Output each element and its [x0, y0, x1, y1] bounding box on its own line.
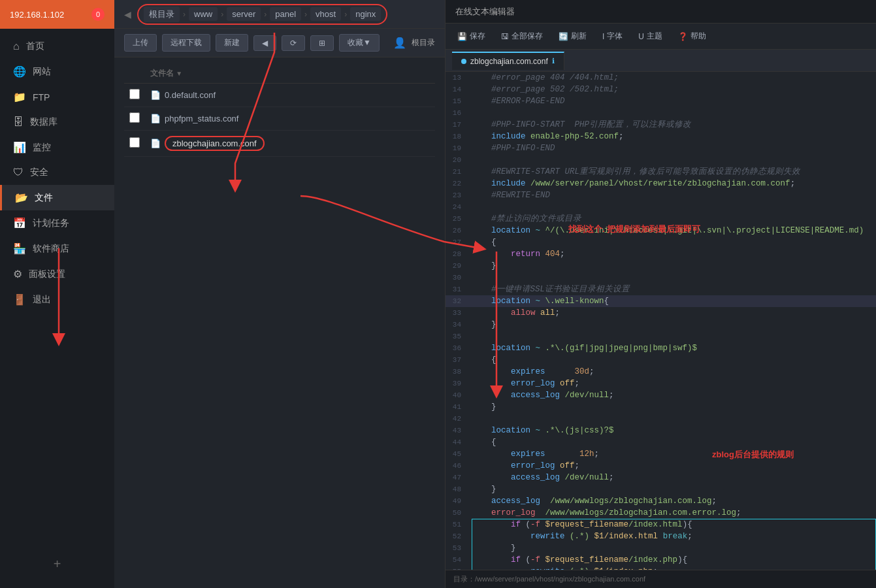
file-doc-icon: 📄: [150, 90, 161, 100]
code-line: 49 access_log /www/wwwlogs/zblogchajian.…: [446, 495, 876, 507]
sidebar-item-logout[interactable]: 🚪 退出: [0, 287, 114, 312]
sidebar-item-website[interactable]: 🌐 网站: [0, 59, 114, 84]
code-line: 21 #REWRITE-START URL重写规则引用，修改后可能导致面板设置的…: [446, 166, 876, 178]
file-table: 文件名 ▼ 📄 0.default.conf: [124, 64, 435, 157]
sidebar-item-monitor[interactable]: 📊 监控: [0, 135, 114, 160]
code-line: 45 expires 12h;: [446, 448, 876, 460]
file-name-cell-3: 📄 zblogchajian.com.conf: [150, 136, 430, 151]
file-name-3[interactable]: zblogchajian.com.conf: [165, 136, 265, 151]
breadcrumb-panel[interactable]: panel: [270, 7, 301, 21]
icon-view-button[interactable]: ⊞: [310, 35, 334, 51]
theme-button[interactable]: U 主题: [633, 29, 668, 44]
code-line: 19 #PHP-INFO-END: [446, 142, 876, 154]
code-line: 31 #一键申请SSL证书验证目录相关设置: [446, 284, 876, 295]
editor-topbar: 在线文本编辑器: [446, 0, 876, 24]
file-panel: 文件名 ▼ 📄 0.default.conf: [114, 57, 445, 588]
code-line: 51 if (-f $request_filename/index.html){: [446, 519, 876, 531]
back-button[interactable]: ◀: [253, 35, 276, 51]
code-line: 23 #REWRITE-END: [446, 189, 876, 201]
sidebar: 192.168.1.102 0 ⌂ 首页 🌐 网站 📁 FTP 🗄 数据库 📊 …: [0, 0, 114, 588]
code-line: 39 error_log off;: [446, 378, 876, 389]
code-area[interactable]: 13 #error_page 404 /404.html; 14 #error_…: [446, 72, 876, 570]
logout-icon: 🚪: [13, 293, 26, 306]
sidebar-item-database[interactable]: 🗄 数据库: [0, 110, 114, 135]
code-line: 15 #ERROR-PAGE-END: [446, 95, 876, 107]
toolbar-root-label: 根目录: [412, 37, 435, 48]
table-row: 📄 zblogchajian.com.conf: [124, 131, 435, 157]
file-name-cell-2: 📄 phpfpm_status.conf: [150, 114, 430, 123]
editor-panel: 在线文本编辑器 💾 保存 🖫 全部保存 🔄 刷新 I 字体 U 主题 ❓ 帮助: [445, 0, 876, 588]
save-icon: 💾: [457, 32, 467, 41]
sidebar-label-home: 首页: [26, 41, 44, 52]
folder-icon: 📂: [15, 191, 28, 204]
editor-tab-active[interactable]: zblogchajian.com.conf ℹ: [452, 52, 564, 70]
home-icon: ⌂: [13, 41, 20, 52]
sidebar-label-database: 数据库: [30, 116, 57, 128]
sidebar-item-files[interactable]: 📂 文件: [0, 185, 114, 210]
code-line: 54 if (-f $request_filename/index.php){: [446, 554, 876, 566]
notification-badge: 0: [91, 8, 105, 21]
refresh-editor-button[interactable]: 🔄 刷新: [553, 29, 592, 44]
tab-info-icon: ℹ: [552, 57, 555, 65]
breadcrumb-server[interactable]: server: [227, 7, 261, 21]
help-button[interactable]: ❓ 帮助: [673, 29, 711, 44]
new-button[interactable]: 新建: [216, 34, 248, 52]
sidebar-item-ftp[interactable]: 📁 FTP: [0, 84, 114, 110]
font-button[interactable]: I 字体: [597, 29, 628, 44]
toolbar-right: 👤 根目录: [393, 37, 435, 49]
code-line: 44 {: [446, 436, 876, 448]
code-line: 14 #error_page 502 /502.html;: [446, 84, 876, 95]
help-icon: ❓: [678, 32, 688, 41]
code-line: 35: [446, 331, 876, 342]
breadcrumb-vhost[interactable]: vhost: [310, 7, 341, 21]
code-line: 42: [446, 413, 876, 425]
file-name-2[interactable]: phpfpm_status.conf: [165, 114, 238, 123]
sidebar-label-security: 安全: [30, 167, 48, 178]
file-toolbar: 上传 远程下载 新建 ◀ ⟳ ⊞ 收藏▼ 👤 根目录: [114, 29, 445, 57]
save-all-button[interactable]: 🖫 全部保存: [496, 29, 548, 44]
col-filename: 文件名 ▼: [145, 64, 435, 84]
breadcrumb-nginx[interactable]: nginx: [350, 7, 381, 21]
sidebar-label-website: 网站: [33, 66, 51, 78]
code-line: 36 location ~ .*\.(gif|jpg|jpeg|png|bmp|…: [446, 342, 876, 354]
breadcrumb-www[interactable]: www: [189, 7, 218, 21]
gear-icon: ⚙: [13, 268, 22, 280]
add-button[interactable]: +: [0, 547, 114, 581]
code-line: 27 {: [446, 237, 876, 248]
sidebar-label-cron: 计划任务: [33, 218, 69, 229]
sidebar-item-panel-settings[interactable]: ⚙ 面板设置: [0, 261, 114, 287]
file-name-1[interactable]: 0.default.conf: [165, 90, 216, 100]
table-row: 📄 0.default.conf: [124, 84, 435, 107]
code-line: 33 allow all;: [446, 307, 876, 319]
monitor-icon: 📊: [13, 141, 26, 154]
file-checkbox-2[interactable]: [129, 112, 140, 123]
code-line-highlighted: 32 location ~ \.well-known{: [446, 295, 876, 307]
theme-icon: U: [638, 32, 644, 41]
editor-tab-bar: zblogchajian.com.conf ℹ: [446, 50, 876, 72]
remote-download-button[interactable]: 远程下载: [162, 34, 210, 52]
file-checkbox-1[interactable]: [129, 89, 140, 99]
file-checkbox-3[interactable]: [129, 137, 140, 148]
sidebar-item-store[interactable]: 🏪 软件商店: [0, 236, 114, 261]
save-all-icon: 🖫: [501, 32, 509, 41]
sidebar-item-security[interactable]: 🛡 安全: [0, 160, 114, 185]
code-line: 30: [446, 272, 876, 284]
sidebar-label-settings: 面板设置: [29, 269, 65, 280]
database-icon: 🗄: [13, 116, 24, 128]
calendar-icon: 📅: [13, 217, 26, 229]
code-line: 16: [446, 107, 876, 119]
breadcrumb-root[interactable]: 根目录: [144, 7, 180, 22]
save-button[interactable]: 💾 保存: [452, 29, 491, 44]
breadcrumb-back-icon[interactable]: ◀: [124, 9, 131, 20]
favorites-button[interactable]: 收藏▼: [339, 34, 380, 52]
sidebar-item-home[interactable]: ⌂ 首页: [0, 34, 114, 59]
font-icon: I: [602, 32, 604, 41]
breadcrumb-path: 根目录 › www › server › panel › vhost › ngi…: [137, 4, 387, 25]
sidebar-nav: ⌂ 首页 🌐 网站 📁 FTP 🗄 数据库 📊 监控 🛡 安全 📂 文件 📅: [0, 29, 114, 547]
upload-button[interactable]: 上传: [124, 34, 157, 52]
refresh-button[interactable]: ⟳: [282, 35, 305, 51]
editor-tab-label: zblogchajian.com.conf: [470, 57, 548, 66]
sidebar-item-cron[interactable]: 📅 计划任务: [0, 210, 114, 236]
user-icon: 👤: [393, 37, 406, 49]
col-checkbox: [124, 64, 145, 84]
